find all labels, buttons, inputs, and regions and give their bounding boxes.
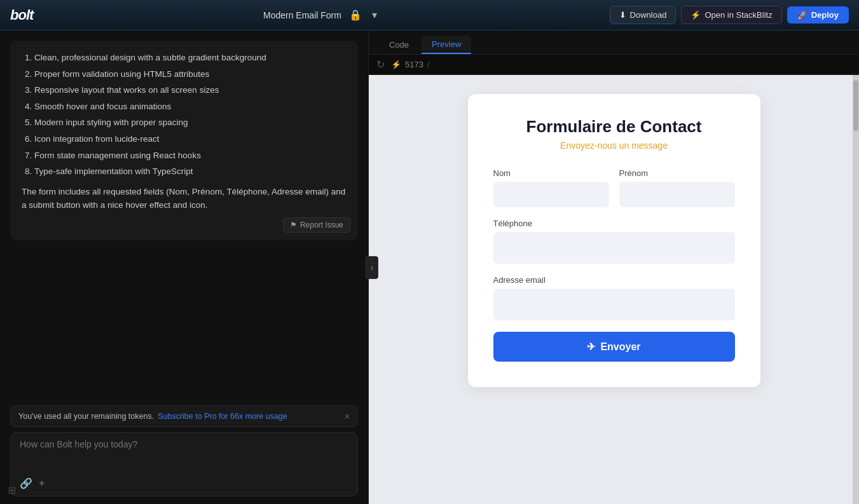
preview-scrollbar[interactable]: [853, 75, 859, 504]
sidebar-toggle-icon[interactable]: ⊞: [8, 484, 16, 496]
stackblitz-label: Open in StackBlitz: [704, 10, 772, 20]
telephone-group: Téléphone: [493, 219, 735, 264]
project-title: Modern Email Form: [263, 10, 341, 20]
stackblitz-button[interactable]: ⚡ Open in StackBlitz: [681, 6, 781, 24]
lock-icon-btn[interactable]: 🔒: [347, 6, 364, 24]
download-label: Download: [630, 10, 667, 20]
nom-group: Nom: [493, 168, 609, 207]
list-item: Clean, professional design with a subtle…: [34, 51, 347, 65]
main-layout: Clean, professional design with a subtle…: [0, 31, 859, 504]
telephone-label: Téléphone: [493, 219, 735, 228]
attachment-icon[interactable]: 🔗: [20, 477, 32, 489]
download-icon: ⬇: [619, 10, 626, 20]
token-warning-text: You've used all your remaining tokens.: [18, 412, 154, 421]
send-icon: ✈: [587, 341, 595, 353]
download-button[interactable]: ⬇ Download: [610, 6, 677, 24]
token-warning: You've used all your remaining tokens. S…: [10, 405, 358, 427]
telephone-input[interactable]: [493, 232, 735, 264]
bolt-flash-icon: ⚡: [691, 10, 701, 20]
list-item: Form state management using React hooks: [34, 149, 347, 163]
deploy-icon: 🚀: [797, 10, 807, 20]
form-subtitle: Envoyez-nous un message: [493, 140, 735, 151]
form-card: Formulaire de Contact Envoyez-nous un me…: [468, 94, 760, 387]
envoyer-button[interactable]: ✈ Envoyer: [493, 332, 735, 362]
scrollbar-thumb: [853, 80, 858, 131]
collapse-panel-button[interactable]: ‹: [366, 256, 378, 279]
email-group: Adresse email: [493, 275, 735, 320]
port-number: 5173: [405, 60, 423, 69]
name-row: Nom Prénom: [493, 168, 735, 207]
list-item: Smooth hover and focus animations: [34, 100, 347, 114]
preview-tabs: Code Preview: [369, 31, 859, 55]
feature-list: Clean, professional design with a subtle…: [22, 51, 347, 179]
refresh-icon[interactable]: ↻: [376, 58, 385, 71]
subscribe-link[interactable]: Subscribe to Pro for 66x more usage: [158, 412, 287, 421]
deploy-button[interactable]: 🚀 Deploy: [787, 6, 849, 24]
token-warning-close-icon[interactable]: ×: [345, 411, 350, 421]
nav-center: Modern Email Form 🔒 ▾: [263, 6, 380, 24]
port-icon: ⚡: [391, 60, 401, 69]
list-item: Modern input styling with proper spacing: [34, 116, 347, 130]
form-preview-container: Formulaire de Contact Envoyez-nous un me…: [369, 75, 859, 504]
url-separator: /: [427, 60, 430, 69]
report-issue-label: Report Issue: [300, 221, 343, 229]
deploy-label: Deploy: [811, 10, 839, 20]
url-port-display: ⚡ 5173 /: [391, 60, 430, 69]
chat-input-area: 🔗 ✦: [10, 432, 358, 496]
chat-input-footer: 🔗 ✦: [20, 477, 348, 489]
chat-content: Clean, professional design with a subtle…: [0, 31, 368, 405]
email-label: Adresse email: [493, 275, 735, 285]
prenom-group: Prénom: [619, 168, 735, 207]
list-item: Icon integration from lucide-react: [34, 132, 347, 146]
sparkle-icon[interactable]: ✦: [38, 477, 46, 489]
url-bar: ↻ ⚡ 5173 /: [369, 55, 859, 75]
message-bubble: Clean, professional design with a subtle…: [10, 41, 358, 240]
prenom-label: Prénom: [619, 168, 735, 178]
list-item: Proper form validation using HTML5 attri…: [34, 67, 347, 81]
topnav: bolt Modern Email Form 🔒 ▾ ⬇ Download ⚡ …: [0, 0, 859, 31]
chevron-down-icon-btn[interactable]: ▾: [369, 6, 380, 24]
form-title: Formulaire de Contact: [493, 117, 735, 137]
list-item: Responsive layout that works on all scre…: [34, 83, 347, 97]
nav-right: ⬇ Download ⚡ Open in StackBlitz 🚀 Deploy: [610, 6, 849, 24]
right-panel: Code Preview ↻ ⚡ 5173 / Formulaire de Co…: [369, 31, 859, 504]
envoyer-label: Envoyer: [600, 341, 640, 353]
tab-preview[interactable]: Preview: [422, 36, 471, 54]
report-issue-button[interactable]: ⚑ Report Issue: [283, 217, 350, 233]
url-input[interactable]: [436, 60, 851, 69]
flag-icon: ⚑: [290, 221, 297, 229]
tab-code[interactable]: Code: [379, 36, 419, 53]
chat-input[interactable]: [20, 439, 348, 471]
prenom-input[interactable]: [619, 182, 735, 207]
left-panel: Clean, professional design with a subtle…: [0, 31, 369, 504]
bolt-logo: bolt: [10, 7, 33, 24]
nom-label: Nom: [493, 168, 609, 178]
message-summary: The form includes all requested fields (…: [22, 185, 347, 212]
list-item: Type-safe implementation with TypeScript: [34, 165, 347, 179]
nom-input[interactable]: [493, 182, 609, 207]
email-input[interactable]: [493, 289, 735, 320]
preview-frame[interactable]: Formulaire de Contact Envoyez-nous un me…: [369, 75, 859, 504]
